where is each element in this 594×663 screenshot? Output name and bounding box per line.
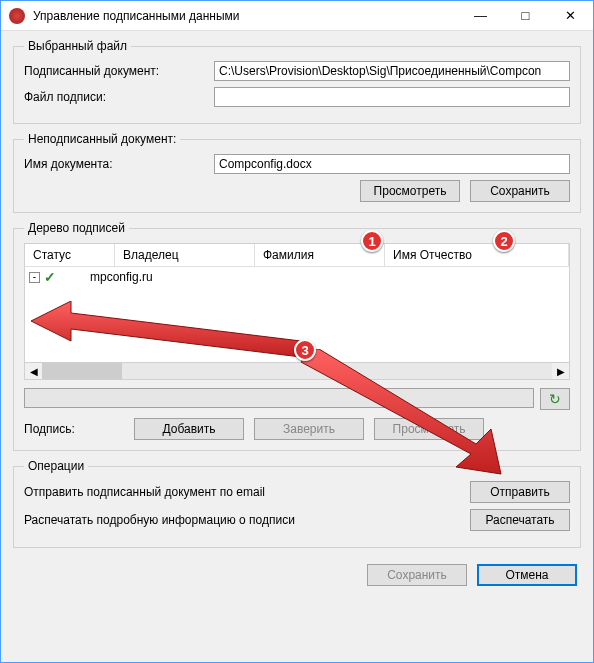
horizontal-scrollbar[interactable]: ◀ ▶ — [24, 363, 570, 380]
print-button[interactable]: Распечатать — [470, 509, 570, 531]
tree-legend: Дерево подписей — [24, 221, 129, 235]
window-controls: — □ ✕ — [458, 1, 593, 30]
refresh-button[interactable]: ↻ — [540, 388, 570, 410]
checkmark-icon: ✓ — [44, 269, 56, 285]
tree-header: Статус Владелец Фамилия Имя Отчество — [24, 243, 570, 267]
signed-doc-label: Подписанный документ: — [24, 64, 214, 78]
titlebar: Управление подписанными данными — □ ✕ — [1, 1, 593, 31]
scroll-right-icon[interactable]: ▶ — [552, 363, 569, 379]
send-button[interactable]: Отправить — [470, 481, 570, 503]
add-button[interactable]: Добавить — [134, 418, 244, 440]
maximize-button[interactable]: □ — [503, 1, 548, 30]
tree-row-text: mpconfig.ru — [90, 270, 153, 284]
app-icon — [9, 8, 25, 24]
save-button[interactable]: Сохранить — [470, 180, 570, 202]
col-status[interactable]: Статус — [25, 244, 115, 266]
signature-label: Подпись: — [24, 422, 124, 436]
annotation-badge-3: 3 — [294, 339, 316, 361]
col-name-patronymic[interactable]: Имя Отчество — [385, 244, 569, 266]
annotation-badge-1: 1 — [361, 230, 383, 252]
footer-save-button[interactable]: Сохранить — [367, 564, 467, 586]
minimize-button[interactable]: — — [458, 1, 503, 30]
selected-file-group: Выбранный файл Подписанный документ: C:\… — [13, 39, 581, 124]
sig-view-button[interactable]: Просмотреть — [374, 418, 484, 440]
annotation-badge-2: 2 — [493, 230, 515, 252]
scroll-left-icon[interactable]: ◀ — [25, 363, 42, 379]
col-owner[interactable]: Владелец — [115, 244, 255, 266]
view-button[interactable]: Просмотреть — [360, 180, 460, 202]
footer-buttons: Сохранить Отмена — [13, 556, 581, 586]
footer-cancel-button[interactable]: Отмена — [477, 564, 577, 586]
selected-file-legend: Выбранный файл — [24, 39, 131, 53]
doc-name-label: Имя документа: — [24, 157, 214, 171]
refresh-icon: ↻ — [549, 391, 561, 407]
unsigned-doc-group: Неподписанный документ: Имя документа: C… — [13, 132, 581, 213]
sig-file-field[interactable] — [214, 87, 570, 107]
certify-button[interactable]: Заверить — [254, 418, 364, 440]
sig-file-label: Файл подписи: — [24, 90, 214, 104]
collapse-icon[interactable]: - — [29, 272, 40, 283]
unsigned-doc-legend: Неподписанный документ: — [24, 132, 180, 146]
operations-legend: Операции — [24, 459, 88, 473]
signature-tree-group: Дерево подписей Статус Владелец Фамилия … — [13, 221, 581, 451]
progress-bar — [24, 388, 534, 408]
email-label: Отправить подписанный документ по email — [24, 485, 265, 499]
scroll-track[interactable] — [42, 363, 552, 379]
signed-doc-field[interactable]: C:\Users\Provision\Desktop\Sig\Присоедин… — [214, 61, 570, 81]
close-button[interactable]: ✕ — [548, 1, 593, 30]
print-label: Распечатать подробную информацию о подпи… — [24, 513, 295, 527]
tree-row[interactable]: - ✓ mpconfig.ru — [25, 267, 569, 287]
operations-group: Операции Отправить подписанный документ … — [13, 459, 581, 548]
window-title: Управление подписанными данными — [33, 9, 458, 23]
scroll-thumb[interactable] — [42, 363, 122, 379]
doc-name-field[interactable]: Compconfig.docx — [214, 154, 570, 174]
